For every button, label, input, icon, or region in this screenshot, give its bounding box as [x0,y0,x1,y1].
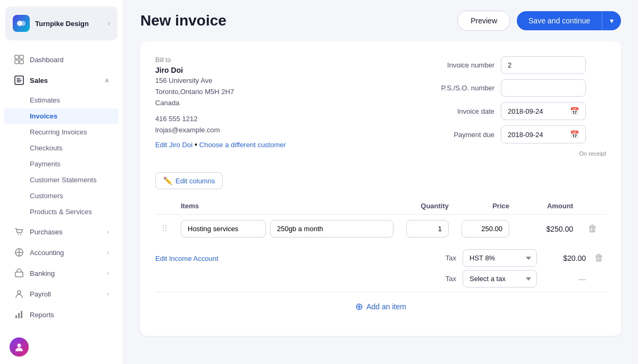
sidebar-item-estimates[interactable]: Estimates [4,92,119,108]
delete-row-button[interactable]: 🗑 [586,221,600,236]
sidebar-item-checkouts[interactable]: Checkouts [4,140,119,156]
payroll-icon [14,289,24,299]
sidebar-item-sales[interactable]: Sales ∧ [4,70,119,90]
save-dropdown-button[interactable]: ▾ [602,11,621,30]
sidebar-item-reports[interactable]: Reports [4,304,119,325]
banking-chevron-icon: › [107,270,109,276]
amount-cell: $250.00 [516,215,580,243]
sales-icon [14,75,24,86]
svg-point-11 [18,291,21,294]
payment-due-picker[interactable]: 📅 [501,125,586,143]
tax-amount-2: — [543,275,586,283]
purchases-chevron-icon: › [107,228,109,235]
tax-select-1[interactable]: HST 8% GST 5% PST 8% None [463,249,537,267]
quantity-input[interactable] [406,220,449,238]
accounting-chevron-icon: › [107,249,109,256]
add-item-label: Add an item [366,302,406,311]
drag-handle[interactable]: ⠿ [162,224,168,233]
svg-rect-4 [15,60,19,64]
quantity-col-header: Quantity [400,198,455,215]
sidebar-item-products[interactable]: Products & Services [4,204,119,219]
avatar[interactable] [10,337,29,357]
company-name: Turnpike Design [35,20,103,28]
tax-select-2[interactable]: Select a tax HST 8% GST 5% PST 8% None [463,270,537,287]
amount-col-header: Amount [516,198,580,215]
edit-income-button[interactable]: Edit Income Account [155,255,219,263]
company-switcher[interactable]: Turnpike Design › [5,6,117,40]
banking-label: Banking [30,269,102,277]
svg-point-7 [18,234,19,235]
edit-columns-button[interactable]: ✏️ Edit columns [155,172,223,189]
sidebar-item-payroll[interactable]: Payroll › [4,284,119,304]
sidebar-nav: Dashboard Sales ∧ Estimates Invoices Rec… [0,47,123,332]
sidebar: Turnpike Design › Dashboard Sales ∧ Esti… [0,0,123,364]
items-table: Items Quantity Price Amount ⠿ [155,198,606,243]
quantity-cell [400,215,455,243]
sidebar-item-invoices[interactable]: Invoices [4,108,119,124]
customer-links: Edit Jiro Doi • Choose a different custo… [155,140,404,149]
payroll-chevron-icon: › [107,291,109,297]
pso-number-input[interactable] [501,79,586,97]
svg-point-8 [20,234,21,235]
sidebar-item-customer-statements[interactable]: Customer Statements [4,172,119,188]
customer-name: Jiro Doi [155,66,404,74]
add-item-button[interactable]: ⊕ Add an item [355,301,406,312]
sidebar-item-dashboard[interactable]: Dashboard [4,49,119,70]
bill-to-section: Bill to Jiro Doi 156 University Ave Toro… [155,56,404,157]
sales-subnav: Estimates Invoices Recurring Invoices Ch… [0,91,123,221]
tax-delete-1[interactable]: 🗑 [592,250,606,266]
edit-customer-link[interactable]: Edit Jiro Doi [155,141,192,149]
customer-phone: 416 555 1212 [155,115,198,123]
topbar: New invoice Preview Save and continue ▾ [123,0,638,41]
price-input[interactable] [461,220,509,238]
sidebar-item-banking[interactable]: Banking › [4,263,119,283]
tax-row-1: Tax HST 8% GST 5% PST 8% None $20.00 🗑 [446,249,606,267]
sales-chevron-icon: ∧ [105,77,109,84]
sidebar-item-customers[interactable]: Customers [4,188,119,204]
tax-amount-1: $20.00 [543,254,586,263]
edit-income-section: Edit Income Account [155,247,219,263]
table-header: Items Quantity Price Amount [155,198,606,215]
item-name-input[interactable] [181,220,266,238]
pso-number-label: P.S./S.O. number [425,84,494,92]
tax-row-2: Tax Select a tax HST 8% GST 5% PST 8% No… [446,270,606,287]
invoice-date-row: Invoice date 📅 [425,102,606,120]
reports-label: Reports [30,311,109,319]
svg-rect-3 [20,55,23,59]
drag-col-header [155,198,174,215]
calendar-icon: 📅 [570,107,579,115]
sidebar-item-accounting[interactable]: Accounting › [4,242,119,263]
svg-point-15 [18,344,21,348]
page-title: New invoice [140,12,226,29]
payment-due-input[interactable] [508,131,566,139]
payment-due-row: Payment due 📅 [425,125,606,143]
customer-address: 156 University Ave Toronto,Ontario M5H 2… [155,75,404,108]
table-body: ⠿ $250.00 🗑 [155,215,606,243]
invoice-number-input[interactable] [501,56,586,74]
content-area: Bill to Jiro Doi 156 University Ave Toro… [123,41,638,364]
address-line1: 156 University Ave [155,77,212,84]
svg-rect-12 [15,315,17,318]
company-logo [13,15,30,32]
purchases-icon [14,226,24,237]
sidebar-item-payments[interactable]: Payments [4,156,119,172]
svg-rect-5 [20,60,23,64]
sidebar-item-recurring[interactable]: Recurring Invoices [4,124,119,140]
preview-button[interactable]: Preview [457,11,510,31]
reports-icon [14,309,24,320]
svg-rect-14 [21,311,22,318]
save-continue-button[interactable]: Save and continue [517,11,602,30]
customer-email: lrojas@example.com [155,126,220,134]
sidebar-item-purchases[interactable]: Purchases › [4,222,119,242]
edit-columns-icon: ✏️ [163,176,172,185]
svg-point-1 [20,21,26,26]
invoice-date-input[interactable] [508,107,566,115]
purchases-label: Purchases [30,228,102,236]
invoice-date-picker[interactable]: 📅 [501,102,586,120]
pso-number-row: P.S./S.O. number [425,79,606,97]
add-item-icon: ⊕ [355,301,363,312]
add-item-row: ⊕ Add an item [155,292,606,321]
dashboard-icon [14,54,24,65]
choose-customer-link[interactable]: Choose a different customer [199,141,286,149]
item-description-input[interactable] [270,220,393,238]
